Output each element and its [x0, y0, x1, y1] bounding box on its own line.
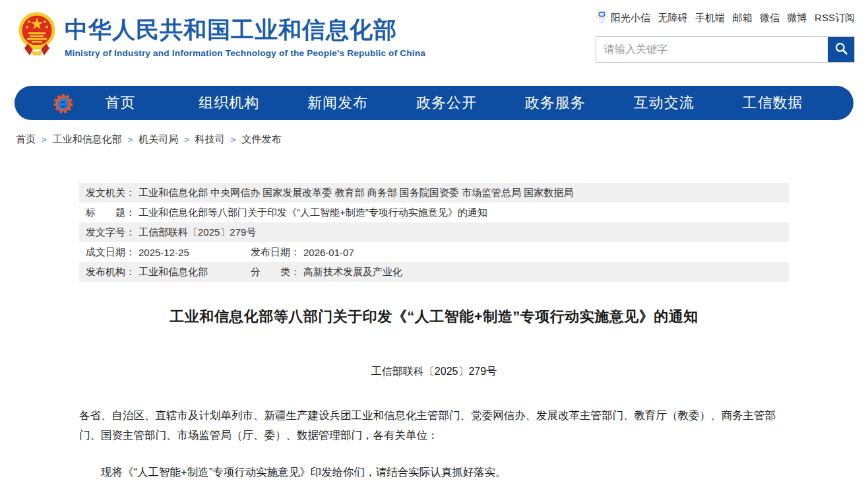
meta-row-publisher-category: 发布机构： 工业和信息化部 分 类： 高新技术发展及产业化 [79, 262, 789, 282]
site-subtitle: Ministry of Industry and Information Tec… [65, 48, 425, 58]
search-icon [834, 42, 848, 57]
meta-cell: 发文字号： 工信部联科〔2025〕279号 [86, 226, 256, 239]
utility-link-label: RSS订阅 [815, 12, 855, 24]
utility-link-mail[interactable]: 邮箱 [733, 12, 753, 24]
breadcrumb-item-document-release[interactable]: 文件发布 [241, 133, 281, 146]
meta-value: 2025-12-25 [139, 247, 189, 258]
utility-link-rss[interactable]: RSS订阅 [815, 12, 855, 24]
article-body: 各省、自治区、直辖市及计划单列市、新疆生产建设兵团工业和信息化主管部门、党委网信… [79, 405, 789, 482]
document-meta-table: 发文机关： 工业和信息化部 中央网信办 国家发展改革委 教育部 商务部 国务院国… [79, 183, 789, 282]
breadcrumb-item-science-tech[interactable]: 科技司 [195, 133, 225, 146]
meta-row-dates: 成文日期： 2025-12-25 发布日期： 2026-01-07 [79, 242, 789, 262]
meta-row-title: 标 题： 工业和信息化部等八部门关于印发《“人工智能+制造”专项行动实施意见》的… [79, 203, 789, 222]
site-title: 中华人民共和国工业和信息化部 [65, 17, 425, 43]
nav-items: 首页 组织机构 新闻发布 政务公开 政务服务 互动交流 工信数据 [66, 93, 853, 113]
article-title: 工业和信息化部等八部门关于印发《“人工智能+制造”专项行动实施意见》的通知 [79, 307, 789, 327]
meta-value: 2026-01-07 [303, 247, 354, 258]
breadcrumb-item-home[interactable]: 首页 [16, 133, 36, 146]
article-paragraph-instruction: 现将《“人工智能+制造”专项行动实施意见》印发给你们，请结合实际认真抓好落实。 [79, 462, 789, 482]
meta-value: 工业和信息化部等八部门关于印发《“人工智能+制造”专项行动实施意见》的通知 [139, 207, 487, 219]
meta-value: 高新技术发展及产业化 [303, 266, 402, 279]
main-nav: 首页 组织机构 新闻发布 政务公开 政务服务 互动交流 工信数据 [15, 86, 853, 120]
meta-cell: 发布机构： 工业和信息化部 [86, 266, 251, 279]
meta-cell: 标 题： 工业和信息化部等八部门关于印发《“人工智能+制造”专项行动实施意见》的… [86, 207, 487, 219]
meta-value: 工信部联科〔2025〕279号 [139, 226, 256, 239]
meta-cell: 成文日期： 2025-12-25 [86, 246, 251, 259]
article-doc-number: 工信部联科〔2025〕279号 [79, 365, 789, 379]
nav-item-interaction[interactable]: 互动交流 [609, 93, 718, 113]
utility-link-label: 手机端 [695, 12, 725, 24]
nav-item-home[interactable]: 首页 [66, 93, 175, 113]
brand-text: 中华人民共和国工业和信息化部 Ministry of Industry and … [65, 12, 425, 58]
utility-link-label: 微信 [760, 12, 780, 24]
breadcrumb-separator: > [128, 135, 133, 145]
header-right: 阳光小信 无障碍 手机端 邮箱 微信 微博 RSS订阅 [596, 11, 855, 63]
utility-link-label: 无障碍 [658, 12, 688, 24]
meta-cell: 分 类： 高新技术发展及产业化 [251, 266, 402, 279]
utility-bar: 阳光小信 无障碍 手机端 邮箱 微信 微博 RSS订阅 [596, 11, 855, 25]
meta-cell: 发文机关： 工业和信息化部 中央网信办 国家发展改革委 教育部 商务部 国务院国… [86, 187, 573, 199]
utility-link-label: 阳光小信 [611, 12, 650, 24]
search-input[interactable] [596, 37, 828, 62]
search-bar [596, 36, 855, 63]
mascot-robot-icon [596, 10, 608, 26]
meta-label: 发文字号： [86, 226, 135, 239]
site-header: 中华人民共和国工业和信息化部 Ministry of Industry and … [0, 0, 868, 86]
utility-link-mobile[interactable]: 手机端 [695, 12, 725, 24]
meta-value: 工业和信息化部 [139, 266, 208, 279]
utility-link-sunshine[interactable]: 阳光小信 [596, 10, 650, 26]
breadcrumb-separator: > [231, 135, 236, 145]
meta-label: 成文日期： [86, 246, 135, 259]
utility-link-weibo[interactable]: 微博 [788, 12, 807, 24]
utility-link-label: 邮箱 [733, 12, 753, 24]
article-paragraph-recipients: 各省、自治区、直辖市及计划单列市、新疆生产建设兵团工业和信息化主管部门、党委网信… [79, 405, 789, 445]
utility-link-wechat[interactable]: 微信 [760, 12, 780, 24]
breadcrumb-separator: > [184, 135, 189, 145]
meta-value: 工业和信息化部 中央网信办 国家发展改革委 教育部 商务部 国务院国资委 市场监… [139, 187, 573, 199]
utility-link-label: 微博 [788, 12, 807, 24]
meta-label: 发布日期： [251, 246, 300, 259]
breadcrumb-separator: > [42, 135, 47, 145]
meta-label: 发布机构： [86, 266, 135, 279]
document-content: 发文机关： 工业和信息化部 中央网信办 国家发展改革委 教育部 商务部 国务院国… [79, 183, 789, 482]
breadcrumb-item-departments[interactable]: 机关司局 [139, 133, 178, 146]
meta-cell: 发布日期： 2026-01-07 [251, 246, 354, 259]
nav-item-gov-disclosure[interactable]: 政务公开 [392, 93, 501, 113]
meta-label: 分 类： [251, 266, 300, 279]
meta-label: 标 题： [86, 207, 135, 219]
breadcrumb: 首页 > 工业和信息化部 > 机关司局 > 科技司 > 文件发布 [16, 133, 868, 146]
breadcrumb-item-miit[interactable]: 工业和信息化部 [53, 133, 122, 146]
utility-link-accessibility[interactable]: 无障碍 [658, 12, 688, 24]
meta-row-doc-number: 发文字号： 工信部联科〔2025〕279号 [79, 222, 789, 242]
nav-item-news[interactable]: 新闻发布 [284, 93, 392, 113]
search-button[interactable] [828, 37, 854, 62]
meta-row-issuing-agencies: 发文机关： 工业和信息化部 中央网信办 国家发展改革委 教育部 商务部 国务院国… [79, 183, 789, 203]
nav-item-gov-services[interactable]: 政务服务 [501, 93, 609, 113]
site-brand: 中华人民共和国工业和信息化部 Ministry of Industry and … [18, 12, 425, 59]
national-emblem-icon [18, 12, 55, 59]
meta-label: 发文机关： [86, 187, 135, 199]
nav-item-organization[interactable]: 组织机构 [175, 93, 284, 113]
nav-item-miit-data[interactable]: 工信数据 [718, 93, 827, 113]
